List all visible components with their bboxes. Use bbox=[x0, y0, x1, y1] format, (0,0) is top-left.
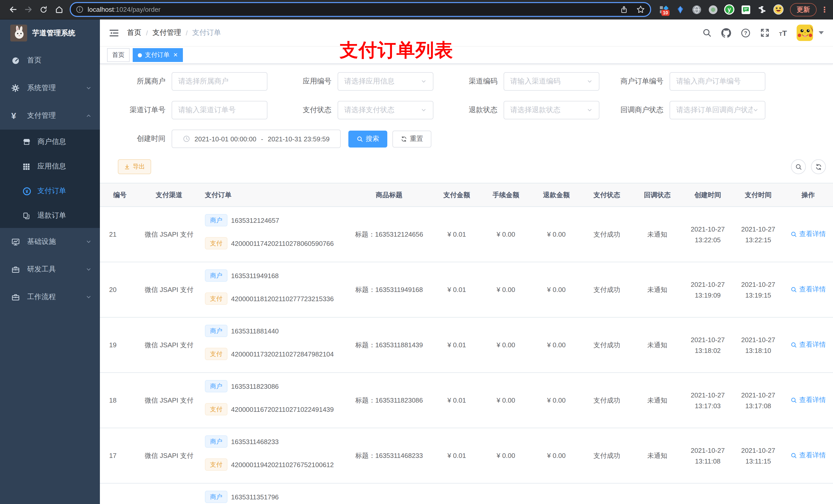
sidebar-item-infrastructure[interactable]: 基础设施 bbox=[0, 228, 100, 256]
svg-text:?: ? bbox=[744, 30, 747, 35]
tag-home[interactable]: 首页 bbox=[107, 48, 129, 62]
pay-time-cell: 2021-10-2713:19:15 bbox=[733, 262, 783, 317]
fee-amount-cell: ¥ 0.00 bbox=[480, 317, 531, 373]
export-button[interactable]: 导出 bbox=[118, 159, 151, 174]
sidebar-item-app-info[interactable]: 应用信息 bbox=[0, 154, 100, 179]
merchant-order-no: 1635311351796 bbox=[231, 493, 279, 501]
extension-y-icon[interactable]: y bbox=[724, 4, 735, 15]
font-size-icon[interactable]: TT bbox=[779, 29, 787, 37]
column-header: 编号 bbox=[100, 183, 138, 207]
action-cell: 查看详情 bbox=[783, 262, 833, 317]
sidebar-item-workflow[interactable]: 工作流程 bbox=[0, 283, 100, 311]
view-detail-link[interactable]: 查看详情 bbox=[790, 230, 826, 239]
view-detail-link[interactable]: 查看详情 bbox=[790, 340, 826, 350]
channel-pay-no: 4200001174202110278060590766 bbox=[231, 239, 334, 247]
date-range-start: 2021-10-01 00:00:00 bbox=[194, 135, 256, 143]
sidebar-item-system[interactable]: 系统管理 bbox=[0, 74, 100, 102]
sidebar-toggle-icon[interactable] bbox=[109, 28, 119, 38]
chevron-down-icon bbox=[587, 78, 593, 85]
merchant-order-no-input[interactable]: 请输入商户订单编号 bbox=[670, 72, 765, 91]
breadcrumb-home[interactable]: 首页 bbox=[127, 28, 141, 38]
extension-command-icon[interactable] bbox=[691, 4, 702, 15]
pay-status-select[interactable]: 请选择支付状态 bbox=[338, 101, 433, 119]
sidebar-item-home[interactable]: 首页 bbox=[0, 47, 100, 74]
refund-status-select[interactable]: 请选择退款状态 bbox=[504, 101, 599, 119]
browser-home-button[interactable] bbox=[51, 2, 67, 17]
browser-reload-button[interactable] bbox=[36, 2, 51, 17]
merchant-order-no: 1635311468233 bbox=[231, 438, 279, 446]
browser-update-button[interactable]: 更新 bbox=[790, 3, 817, 16]
sidebar-item-label: 商户信息 bbox=[38, 137, 66, 146]
navbar-actions: ? TT bbox=[702, 25, 824, 41]
help-icon[interactable]: ? bbox=[740, 28, 750, 38]
view-detail-link[interactable]: 查看详情 bbox=[790, 451, 826, 460]
sidebar-item-pay[interactable]: ¥ 支付管理 bbox=[0, 102, 100, 129]
reset-button[interactable]: 重置 bbox=[392, 130, 431, 147]
bookmark-star-icon[interactable] bbox=[636, 5, 645, 14]
sidebar-item-dev-tools[interactable]: 研发工具 bbox=[0, 256, 100, 283]
extension-record-icon[interactable] bbox=[708, 4, 718, 15]
search-button[interactable]: 搜索 bbox=[348, 130, 387, 147]
pay-time-cell bbox=[733, 483, 783, 504]
user-avatar[interactable] bbox=[796, 25, 813, 41]
sidebar-item-label: 应用信息 bbox=[38, 162, 66, 171]
top-navbar: 首页 / 支付管理 / 支付订单 ? bbox=[100, 20, 833, 47]
action-cell bbox=[783, 483, 833, 504]
browser-back-button[interactable] bbox=[5, 2, 21, 17]
fullscreen-icon[interactable] bbox=[760, 28, 769, 38]
pay-order-cell: 商户1635311351796 bbox=[200, 483, 345, 504]
pay-amount-cell: ¥ 0.01 bbox=[433, 207, 480, 262]
create-time-range-picker[interactable]: 2021-10-01 00:00:00 - 2021-10-31 23:59:5… bbox=[172, 129, 341, 148]
page-title-annotation: 支付订单列表 bbox=[340, 38, 453, 63]
browser-menu-icon[interactable]: ⋮ bbox=[821, 5, 828, 14]
avatar-dropdown-caret[interactable] bbox=[819, 31, 824, 34]
extension-badge: 10 bbox=[661, 10, 670, 16]
share-icon[interactable] bbox=[620, 5, 628, 14]
fee-amount-cell: ¥ 0.00 bbox=[480, 262, 531, 317]
pay-time-cell: 2021-10-2713:18:10 bbox=[733, 317, 783, 373]
channel-code-select[interactable]: 请输入渠道编码 bbox=[504, 72, 599, 91]
column-header: 支付订单 bbox=[200, 183, 345, 207]
github-icon[interactable] bbox=[721, 28, 731, 38]
table-toolbar: 导出 bbox=[118, 159, 826, 174]
merchant-filter-input[interactable]: 请选择所属商户 bbox=[172, 72, 267, 91]
app-logo[interactable]: 芋道管理系统 bbox=[0, 20, 100, 47]
merchant-tag: 商户 bbox=[205, 269, 228, 282]
tag-pay-order[interactable]: 支付订单 ✕ bbox=[133, 48, 183, 62]
tag-close-icon[interactable]: ✕ bbox=[173, 52, 178, 58]
yen-circle-icon: ¥ bbox=[23, 187, 31, 195]
channel-order-no-input[interactable]: 请输入渠道订单号 bbox=[172, 101, 267, 119]
search-icon[interactable] bbox=[702, 28, 711, 38]
toggle-search-icon[interactable] bbox=[791, 159, 806, 174]
action-cell: 查看详情 bbox=[783, 207, 833, 262]
app-filter-select[interactable]: 请选择应用信息 bbox=[338, 72, 433, 91]
view-detail-link[interactable]: 查看详情 bbox=[790, 285, 826, 294]
fee-amount-cell bbox=[480, 483, 531, 504]
address-bar[interactable]: localhost:1024/pay/order bbox=[70, 2, 651, 17]
pay-order-cell: 商户1635311881440支付42000011732021102728479… bbox=[200, 317, 345, 373]
refresh-table-icon[interactable] bbox=[811, 159, 826, 174]
action-cell: 查看详情 bbox=[783, 428, 833, 483]
product-title-cell bbox=[345, 483, 433, 504]
browser-forward-button[interactable] bbox=[21, 2, 36, 17]
breadcrumb-current: 支付订单 bbox=[192, 28, 221, 38]
site-info-icon[interactable] bbox=[76, 6, 84, 13]
channel-pay-no: 4200001194202110276752100612 bbox=[231, 461, 334, 469]
fee-amount-cell: ¥ 0.00 bbox=[480, 207, 531, 262]
extension-chat-icon[interactable] bbox=[740, 4, 751, 15]
view-detail-link[interactable]: 查看详情 bbox=[790, 396, 826, 405]
extension-gem-icon[interactable] bbox=[675, 4, 686, 15]
chevron-down-icon bbox=[86, 239, 92, 245]
sidebar-item-merchant-info[interactable]: 商户信息 bbox=[0, 129, 100, 154]
sidebar-item-pay-order[interactable]: ¥ 支付订单 bbox=[0, 179, 100, 203]
extension-puzzle-icon[interactable] bbox=[757, 4, 767, 15]
logo-rabbit-icon bbox=[10, 25, 27, 42]
filter-label: 创建时间 bbox=[108, 134, 172, 143]
sidebar-item-refund-order[interactable]: 退款订单 bbox=[0, 203, 100, 228]
table-row: 17微信 JSAPI 支付商户1635311468233支付4200001194… bbox=[100, 428, 833, 483]
filter-item-merchant: 所属商户 请选择所属商户 bbox=[108, 72, 273, 91]
breadcrumb-pay[interactable]: 支付管理 bbox=[152, 28, 181, 38]
extension-blocks-icon[interactable]: 10 bbox=[658, 4, 669, 15]
extension-emoji-icon[interactable] bbox=[773, 4, 784, 15]
callback-status-select[interactable]: 请选择订单回调商户状态 bbox=[670, 101, 765, 119]
